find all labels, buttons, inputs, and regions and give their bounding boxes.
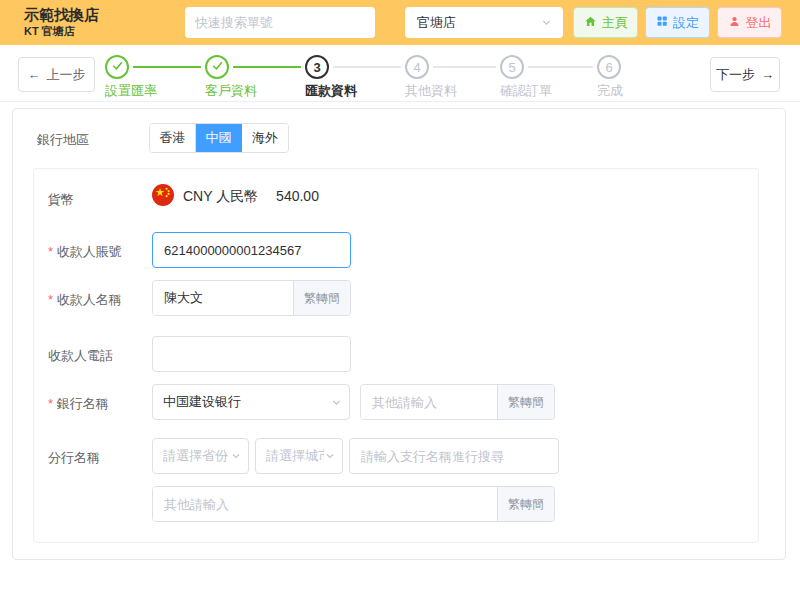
settings-button[interactable]: 設定 [645,7,710,38]
step-3-circle: 3 [305,55,329,79]
step-4-circle: 4 [405,55,429,79]
currency-amount: 540.00 [276,188,319,204]
step-line-3 [333,66,401,68]
account-label: 收款人賬號 [48,243,122,261]
branch-select[interactable]: 官塘店 [405,7,563,38]
bank-region-tabs: 香港 中國 海外 [149,123,289,153]
branch-city-select[interactable]: 請選擇城市 [255,438,343,474]
step-3-number: 3 [313,60,320,75]
payee-name-group: 繁轉簡 [152,280,351,316]
remittance-form-card: 銀行地區 香港 中國 海外 貨幣 CNY 人民幣 540.00 [12,108,786,560]
branch-city-placeholder: 請選擇城市 [266,447,324,465]
branch-province-select[interactable]: 請選擇省份 [152,438,249,474]
arrow-left-icon: ← [28,67,41,82]
steps-bar: ← 上一步 設置匯率 客戶資料 [0,45,800,102]
logout-button[interactable]: 登出 [717,7,782,38]
step-line-5 [528,66,593,68]
bank-region-label: 銀行地區 [37,131,89,149]
step-line-1 [133,66,201,68]
phone-input[interactable] [152,336,351,372]
step-1-label: 設置匯率 [105,82,157,100]
payee-name-convert-button[interactable]: 繁轉簡 [293,281,350,315]
bank-name-other-input[interactable] [361,385,497,419]
search-input[interactable] [185,7,375,38]
step-3-label: 匯款資料 [305,82,357,100]
step-6-label: 完成 [597,82,623,100]
next-step-button[interactable]: 下一步 → [710,57,780,92]
order-search [185,7,375,38]
branch-province-placeholder: 請選擇省份 [163,447,230,465]
bank-name-other-group: 繁轉簡 [360,384,555,420]
branch-other-input[interactable] [153,487,497,521]
branch-select-value: 官塘店 [417,14,540,32]
check-icon [111,59,124,75]
step-5-label: 確認訂單 [500,82,552,100]
page: 示範找換店 KT 官塘店 官塘店 [0,0,800,599]
branch-other-group: 繁轉簡 [152,486,555,522]
china-flag-icon [152,184,174,206]
arrow-right-icon: → [761,67,774,82]
home-icon [584,15,597,31]
check-icon [211,59,224,75]
store-subtitle: KT 官塘店 [24,24,99,39]
tab-hongkong[interactable]: 香港 [150,124,196,152]
bank-name-label: 銀行名稱 [48,395,109,413]
payee-name-input[interactable] [153,281,293,315]
step-6-circle: 6 [597,55,621,79]
step-5-circle: 5 [500,55,524,79]
prev-step-button[interactable]: ← 上一步 [18,57,95,92]
logout-button-label: 登出 [746,14,772,32]
currency-value: CNY 人民幣 540.00 [183,188,319,206]
step-2-label: 客戶資料 [205,82,257,100]
step-4-number: 4 [413,60,420,75]
settings-button-label: 設定 [673,14,699,32]
step-line-4 [433,66,496,68]
tab-overseas[interactable]: 海外 [242,124,288,152]
currency-code-name: CNY 人民幣 [183,188,258,204]
step-4-label: 其他資料 [405,82,457,100]
step-5-number: 5 [508,60,515,75]
payee-name-label: 收款人名稱 [48,291,122,309]
account-input[interactable] [152,232,351,268]
branch-label: 分行名稱 [48,449,100,467]
chevron-down-icon [230,450,242,462]
store-title: 示範找換店 [24,5,99,24]
bank-name-select-value: 中国建设银行 [163,393,330,411]
home-button-label: 主頁 [602,14,628,32]
chevron-down-icon [330,396,343,409]
step-line-2 [233,66,301,68]
remittance-details-box: 貨幣 CNY 人民幣 540.00 收款人賬號 收款人名稱 [33,168,759,543]
step-6-number: 6 [605,60,612,75]
tab-china[interactable]: 中國 [196,124,242,152]
user-icon [728,15,741,31]
step-2-circle [205,55,229,79]
top-bar: 示範找換店 KT 官塘店 官塘店 [0,0,800,45]
home-button[interactable]: 主頁 [573,7,638,38]
grid-icon [656,15,668,30]
next-step-label: 下一步 [716,66,755,84]
chevron-down-icon [324,450,336,462]
bank-name-convert-button[interactable]: 繁轉簡 [497,385,554,419]
prev-step-label: 上一步 [47,66,86,84]
currency-label: 貨幣 [48,191,74,209]
branch-search-input[interactable] [349,438,559,474]
bank-name-select[interactable]: 中国建设银行 [152,384,350,420]
step-1-circle [105,55,129,79]
chevron-down-icon [540,16,553,29]
store-identity: 示範找換店 KT 官塘店 [24,5,99,39]
phone-label: 收款人電話 [48,347,113,365]
branch-other-convert-button[interactable]: 繁轉簡 [497,487,554,521]
